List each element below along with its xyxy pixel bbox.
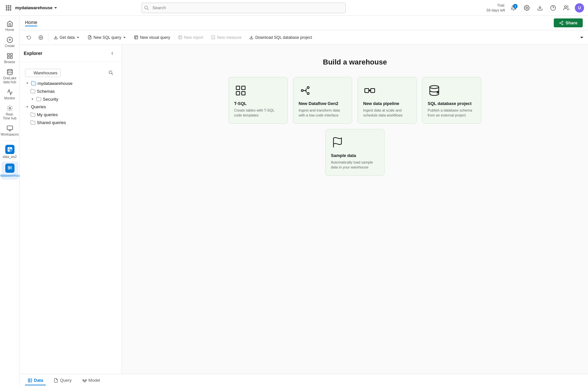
card-sample[interactable]: Sample data Automatically load sample da…: [325, 129, 385, 176]
svg-point-34: [562, 24, 563, 25]
card-tsql-title: T-SQL: [234, 101, 247, 106]
share-people-icon[interactable]: [562, 3, 571, 13]
new-measure-button[interactable]: New measure: [208, 34, 245, 41]
card-tsql[interactable]: T-SQL Create tables with T-SQL code temp…: [228, 77, 288, 124]
sidebar-item-workspaces-label: Workspaces: [1, 133, 19, 137]
search-input[interactable]: [142, 3, 346, 13]
database-icon: [428, 84, 441, 97]
svg-rect-8: [10, 9, 11, 11]
tab-home[interactable]: Home: [25, 20, 37, 26]
svg-rect-4: [8, 7, 9, 9]
tree-myqueries-node[interactable]: My queries: [22, 111, 119, 118]
sidebar-item-monitor[interactable]: Monitor: [1, 87, 18, 102]
sidebar-item-home-label: Home: [5, 28, 14, 32]
grid-icon: [234, 84, 247, 97]
svg-point-57: [430, 86, 439, 89]
sidebar-item-create-label: Create: [5, 44, 14, 48]
help-icon[interactable]: [548, 3, 558, 13]
apps-icon[interactable]: [4, 3, 13, 13]
svg-point-52: [301, 90, 303, 91]
share-button[interactable]: Share: [554, 18, 583, 27]
svg-point-33: [560, 22, 561, 24]
main-content: Build a warehouse T-SQL: [122, 45, 588, 374]
flag-icon: [331, 136, 344, 149]
svg-rect-6: [6, 9, 7, 11]
svg-rect-41: [135, 36, 138, 39]
tab-query[interactable]: Query: [51, 376, 74, 385]
card-pipeline[interactable]: New data pipeline Ingest data at scale a…: [358, 77, 417, 124]
svg-line-10: [147, 9, 148, 10]
sidebar-item-onelake-label: OneLake data hub: [3, 76, 17, 84]
sidebar-item-create[interactable]: Create: [1, 35, 18, 50]
download-sql-button[interactable]: Download SQL database project: [246, 34, 315, 41]
card-sql-project[interactable]: SQL database project Publish a database …: [422, 77, 481, 124]
tab-model[interactable]: Model: [80, 376, 103, 385]
svg-rect-20: [10, 54, 12, 56]
queries-label: Queries: [31, 104, 46, 109]
schemas-label: Schemas: [37, 89, 55, 94]
tab-data[interactable]: Data: [25, 376, 46, 385]
card-tsql-desc: Create tables with T-SQL code templates: [234, 108, 282, 118]
toolbar: Get data New SQL query New visual query …: [20, 30, 588, 45]
workspace-name[interactable]: mydatawarehouse: [15, 5, 58, 10]
shared-queries-label: Shared queries: [37, 120, 66, 125]
get-data-button[interactable]: Get data: [50, 34, 83, 41]
download-icon[interactable]: [535, 3, 545, 13]
tree-root-node[interactable]: mydatawarehouse: [22, 79, 119, 87]
sidebar-item-onelake[interactable]: OneLake data hub: [1, 67, 18, 86]
sidebar-item-browse[interactable]: Browse: [1, 51, 18, 66]
card-sample-desc: Automatically load sample data in your w…: [331, 160, 379, 170]
svg-rect-19: [7, 54, 9, 56]
new-report-button[interactable]: New report: [175, 34, 207, 41]
svg-line-47: [112, 73, 113, 75]
svg-rect-55: [365, 89, 369, 92]
svg-rect-2: [10, 5, 11, 7]
svg-rect-7: [8, 9, 9, 11]
card-dataflow[interactable]: New Dataflow Gen2 Ingest and transform d…: [293, 77, 352, 124]
svg-line-36: [561, 22, 562, 22]
new-visual-query-button[interactable]: New visual query: [131, 34, 173, 41]
notification-icon[interactable]: 1: [509, 3, 518, 13]
svg-rect-62: [83, 379, 84, 381]
sidebar-item-data-ws2[interactable]: data_ws2: [1, 143, 18, 161]
sidebar-item-mydatawarehouse[interactable]: mydatawarehouse: [1, 162, 18, 180]
svg-point-32: [562, 21, 563, 22]
security-label: Security: [43, 97, 58, 102]
svg-point-54: [307, 92, 309, 94]
sidebar-item-workspaces[interactable]: Workspaces: [1, 123, 18, 139]
sidebar-item-home[interactable]: Home: [1, 18, 18, 34]
new-sql-query-button[interactable]: New SQL query: [84, 34, 129, 41]
tree-sharedqueries-node[interactable]: Shared queries: [22, 118, 119, 126]
svg-rect-30: [8, 150, 10, 152]
svg-point-37: [40, 37, 41, 38]
avatar[interactable]: U: [575, 3, 584, 13]
toolbar-more-icon[interactable]: [579, 35, 584, 40]
svg-rect-63: [85, 379, 87, 381]
tree-schemas-node[interactable]: Schemas: [22, 87, 119, 95]
explorer-collapse-icon[interactable]: [107, 48, 118, 59]
root-name-label: mydatawarehouse: [38, 81, 72, 86]
svg-point-24: [9, 108, 11, 109]
tree-security-node[interactable]: Security: [22, 95, 119, 103]
sidebar-item-realtime-label: Real-Time hub: [3, 113, 17, 120]
add-warehouses-button[interactable]: Warehouses: [25, 69, 61, 77]
sidebar-item-realtime[interactable]: Real-Time hub: [1, 103, 18, 122]
root-chevron-icon: [25, 81, 30, 86]
toolbar-settings-icon[interactable]: [36, 32, 46, 43]
explorer-panel: Explorer Warehouses: [20, 45, 122, 374]
build-title: Build a warehouse: [323, 58, 387, 66]
settings-icon[interactable]: [522, 3, 531, 13]
svg-rect-31: [7, 166, 12, 170]
svg-rect-56: [371, 89, 375, 92]
svg-rect-25: [7, 126, 13, 130]
explorer-search-icon[interactable]: [106, 67, 116, 78]
my-queries-label: My queries: [37, 112, 58, 117]
trial-info: Trial: 59 days left: [487, 3, 505, 13]
svg-rect-50: [242, 91, 245, 95]
sidebar-item-browse-label: Browse: [4, 60, 15, 64]
toolbar-refresh-icon[interactable]: [24, 32, 34, 43]
tree-queries-node[interactable]: Queries: [22, 103, 119, 111]
card-sample-title: Sample data: [331, 153, 356, 158]
cards-row: T-SQL Create tables with T-SQL code temp…: [197, 77, 513, 176]
svg-point-15: [565, 6, 567, 8]
